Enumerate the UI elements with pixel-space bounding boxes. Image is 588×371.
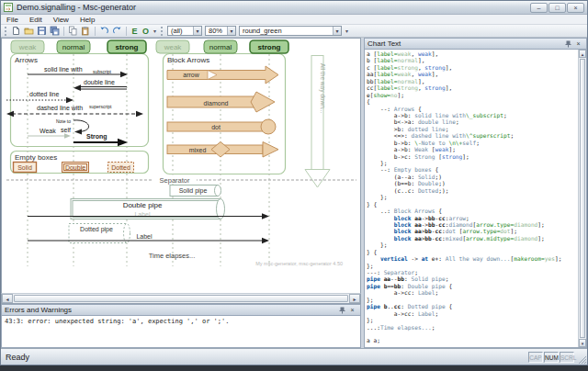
solid-box-label: Solid xyxy=(17,164,32,171)
toolbar-separator xyxy=(95,27,96,36)
new-file-icon[interactable] xyxy=(10,25,22,37)
copy-icon[interactable] xyxy=(67,25,79,37)
code-line: <=>: dashed line with\^superscript; xyxy=(367,132,578,139)
chevron-down-icon[interactable]: ▾ xyxy=(333,27,341,35)
save-all-icon[interactable] xyxy=(49,25,61,37)
code-line: (a--a: Solid;) xyxy=(367,174,578,180)
code-line: ...:Time elapses...; xyxy=(367,324,578,331)
close-icon[interactable]: × xyxy=(573,39,583,49)
scroll-right-icon[interactable]: ▸ xyxy=(349,294,360,303)
save-icon[interactable] xyxy=(36,25,48,37)
code-line: b->c: Strong [strong]; xyxy=(367,153,578,160)
scroll-left-icon[interactable]: ◂ xyxy=(2,294,13,303)
design-combo[interactable]: round_green ▾ xyxy=(239,26,342,36)
double-arrow-label: double line xyxy=(84,79,115,85)
chevron-down-icon[interactable]: ▾ xyxy=(227,27,235,35)
time-elapses-label: Time elapses... xyxy=(149,252,196,260)
code-vscrollbar[interactable]: ▴ ▾ xyxy=(578,50,586,347)
block-mixed-label: mixed xyxy=(189,147,207,153)
code-line: --: Arrows { xyxy=(367,106,578,112)
app-window: Demo.signalling - Msc-generator – □ × Fi… xyxy=(0,0,588,365)
caps-lock-indicator: CAP xyxy=(528,352,543,363)
chart-canvas[interactable]: weak normal strong weak normal strong Ar… xyxy=(1,38,361,293)
scroll-down-icon[interactable]: ▾ xyxy=(579,339,586,347)
pin-icon[interactable] xyxy=(337,306,347,315)
dotted-pipe-arrowhead xyxy=(262,238,269,243)
code-line: a->cc: Label; xyxy=(367,310,578,317)
dashed-arrow-superscript: superscript xyxy=(89,104,112,109)
weak-arrow-label: Weak xyxy=(40,128,56,134)
code-line: vertical -> at e+: All the way down...[m… xyxy=(367,255,578,262)
toolbar-separator xyxy=(126,27,127,36)
scroll-up-icon[interactable]: ▴ xyxy=(579,50,586,58)
solid-arrow-subscript: subscript xyxy=(93,69,112,74)
close-icon[interactable]: × xyxy=(347,306,357,315)
undo-icon[interactable] xyxy=(98,25,110,37)
code-line: e[show=no]; xyxy=(367,92,578,98)
code-line: a a; xyxy=(367,337,578,343)
separator-label: Separator xyxy=(160,176,190,185)
code-line: }; xyxy=(367,242,578,248)
menu-help[interactable]: Help xyxy=(74,16,100,24)
statusbar: Ready CAP NUM SCRL xyxy=(1,348,587,365)
code-line: a->b: Weak [weak]; xyxy=(367,146,578,152)
object-toggle-button[interactable]: O xyxy=(141,25,151,37)
code-line: block aa->bb-cc:diamond[arrow.type=diamo… xyxy=(367,221,578,228)
block-arrow-label: arrow xyxy=(183,72,199,78)
page-select-value: (all) xyxy=(168,27,193,35)
menubar: File Edit View Help xyxy=(1,15,587,25)
code-line: ---: Separator; xyxy=(367,269,578,275)
toolbar-dropdown-icon[interactable]: ▾ xyxy=(152,28,158,34)
status-message: Ready xyxy=(6,353,528,362)
code-lines[interactable]: a [label=weak, weak],b [label=normal],c … xyxy=(365,50,578,347)
pin-icon[interactable] xyxy=(563,39,573,49)
menu-file[interactable]: File xyxy=(1,16,24,24)
dotted-pipe-arrow-label: Label xyxy=(136,233,153,240)
chart-column: weak normal strong weak normal strong Ar… xyxy=(1,38,361,348)
page-select-combo[interactable]: (all) ▾ xyxy=(167,26,202,36)
open-file-icon[interactable] xyxy=(23,25,35,37)
self-label: self xyxy=(61,127,71,133)
menu-edit[interactable]: Edit xyxy=(24,16,48,24)
code-line: }; xyxy=(367,160,578,166)
vscroll-thumb[interactable] xyxy=(580,59,585,338)
toolbar-grip[interactable] xyxy=(161,27,164,36)
code-line: ..: Block Arrows { xyxy=(367,208,578,214)
code-editor[interactable]: a [label=weak, weak],b [label=normal],c … xyxy=(364,50,587,348)
chart-text-header[interactable]: Chart Text × xyxy=(364,38,587,50)
entity-label-strong: strong xyxy=(258,43,281,51)
code-line: b<->a: double line; xyxy=(367,118,578,125)
code-line: bb[label=normal], xyxy=(367,78,578,84)
errors-panel-title: Errors and Warnings xyxy=(5,306,337,314)
embedded-toggle-button[interactable]: E xyxy=(130,25,140,37)
code-line: block aa>bb-cc:dot [arrow.type=dot]; xyxy=(367,228,578,234)
code-line: b [label=normal], xyxy=(367,57,578,63)
num-lock-indicator: NUM xyxy=(544,352,559,363)
toolbar: E O ▾ (all) ▾ 80% ▾ round_green ▾ ▾ xyxy=(1,25,587,38)
toolbar-grip[interactable] xyxy=(5,27,7,36)
paste-icon[interactable] xyxy=(80,25,92,37)
error-message[interactable]: 43:3: error: unexpected string: 'a', exp… xyxy=(1,316,361,348)
close-button-icon[interactable]: × xyxy=(567,3,584,13)
resize-grip[interactable] xyxy=(575,350,587,365)
menu-view[interactable]: View xyxy=(48,16,74,24)
toolbar-overflow-icon[interactable]: ▾ xyxy=(344,28,350,34)
strong-arrow-label: Strong xyxy=(86,133,107,141)
maximize-button-icon[interactable]: □ xyxy=(548,3,566,13)
dotted-box-label: Dotted xyxy=(111,164,130,171)
zoom-combo[interactable]: 80% ▾ xyxy=(205,26,236,36)
dotted-arrow-label: dotted line xyxy=(29,91,59,97)
errors-panel-header[interactable]: Errors and Warnings × xyxy=(1,304,361,316)
code-line: a->b: solid line with\_subscript; xyxy=(367,112,578,118)
dashed-arrow-label: dashed line with xyxy=(37,105,83,111)
app-icon xyxy=(4,3,13,12)
minimize-button-icon[interactable]: – xyxy=(530,3,548,13)
code-line: a [label=weak, weak], xyxy=(367,51,578,57)
code-line: c [label=strong, strong], xyxy=(367,64,578,71)
arrows-group-title: Arrows xyxy=(15,56,38,64)
chevron-down-icon[interactable]: ▾ xyxy=(193,27,201,35)
redo-icon[interactable] xyxy=(111,25,123,37)
hscroll-thumb[interactable] xyxy=(14,295,348,302)
chart-hscrollbar[interactable]: ◂ ▸ xyxy=(1,293,361,304)
dotted-pipe-cap xyxy=(124,224,130,243)
